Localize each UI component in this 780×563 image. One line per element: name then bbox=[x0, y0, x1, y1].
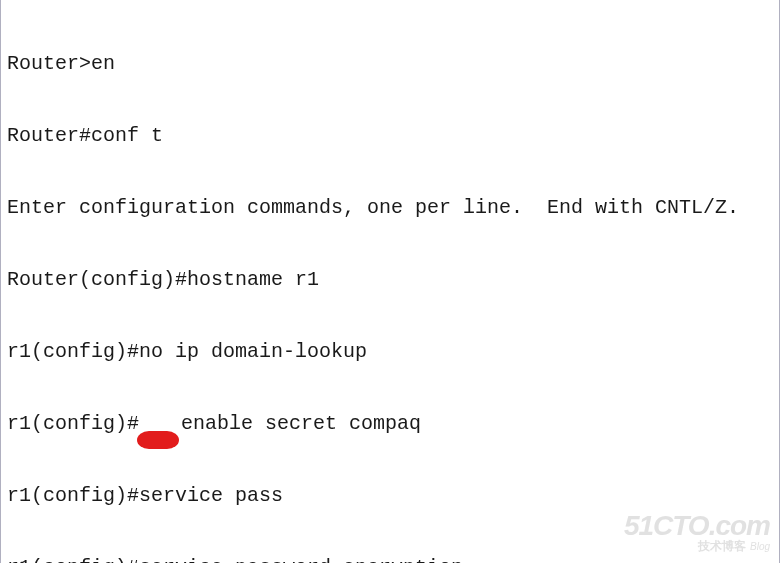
terminal-output[interactable]: Router>en Router#conf t Enter configurat… bbox=[0, 0, 780, 563]
prompt: Router# bbox=[7, 124, 91, 147]
command-text: en bbox=[91, 52, 115, 75]
command-text: conf t bbox=[91, 124, 163, 147]
command-text: Enter configuration commands, one per li… bbox=[7, 196, 739, 219]
redaction-mark bbox=[137, 431, 179, 449]
command-text: service password-encryption bbox=[139, 556, 463, 563]
terminal-line: Router#conf t bbox=[7, 124, 773, 148]
terminal-line: r1(config)#enable secret compaq bbox=[7, 412, 773, 436]
terminal-line: Router>en bbox=[7, 52, 773, 76]
prompt: Router(config)# bbox=[7, 268, 187, 291]
terminal-line: Router(config)#hostname r1 bbox=[7, 268, 773, 292]
prompt: r1(config)# bbox=[7, 484, 139, 507]
prompt: r1(config)# bbox=[7, 412, 139, 435]
terminal-line: r1(config)#no ip domain-lookup bbox=[7, 340, 773, 364]
command-text: service pass bbox=[139, 484, 283, 507]
terminal-line: r1(config)#service password-encryption bbox=[7, 556, 773, 563]
prompt: Router> bbox=[7, 52, 91, 75]
prompt: r1(config)# bbox=[7, 340, 139, 363]
terminal-line: Enter configuration commands, one per li… bbox=[7, 196, 773, 220]
command-text: no ip domain-lookup bbox=[139, 340, 367, 363]
command-text: hostname r1 bbox=[187, 268, 319, 291]
command-text: enable secret compaq bbox=[181, 412, 421, 435]
terminal-line: r1(config)#service pass bbox=[7, 484, 773, 508]
prompt: r1(config)# bbox=[7, 556, 139, 563]
